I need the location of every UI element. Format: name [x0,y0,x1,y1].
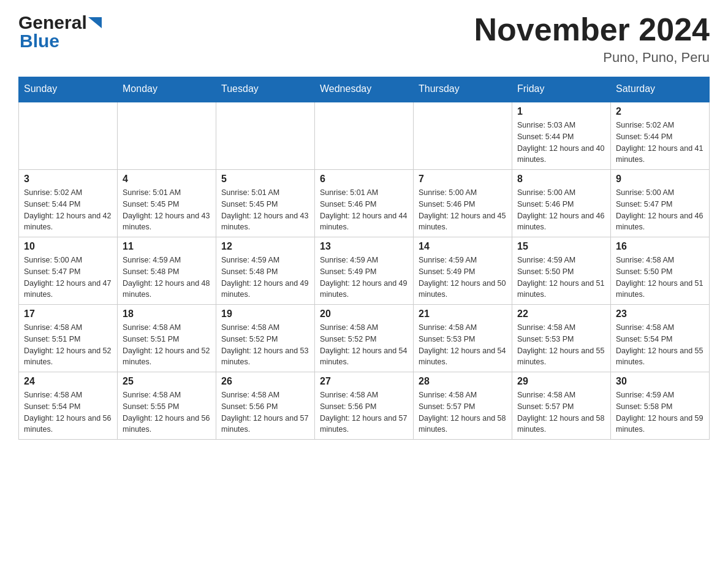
weekday-header-monday: Monday [118,77,216,102]
sun-info: Sunrise: 5:00 AMSunset: 5:47 PMDaylight:… [24,255,112,301]
calendar-cell: 10Sunrise: 5:00 AMSunset: 5:47 PMDayligh… [19,237,118,305]
day-number: 23 [616,308,704,320]
day-number: 26 [221,376,309,387]
sun-info: Sunrise: 5:02 AMSunset: 5:44 PMDaylight:… [616,120,704,166]
calendar-cell: 11Sunrise: 4:59 AMSunset: 5:48 PMDayligh… [118,237,216,305]
sun-info: Sunrise: 4:59 AMSunset: 5:48 PMDaylight:… [123,255,211,301]
weekday-header-thursday: Thursday [414,77,512,102]
calendar-cell: 7Sunrise: 5:00 AMSunset: 5:46 PMDaylight… [414,170,512,237]
day-number: 9 [616,174,704,185]
day-number: 13 [320,241,408,252]
calendar-week-2: 3Sunrise: 5:02 AMSunset: 5:44 PMDaylight… [19,170,710,237]
svg-marker-0 [88,17,102,28]
calendar-cell: 28Sunrise: 4:58 AMSunset: 5:57 PMDayligh… [414,372,512,440]
sun-info: Sunrise: 4:58 AMSunset: 5:50 PMDaylight:… [616,255,704,301]
calendar-cell: 30Sunrise: 4:59 AMSunset: 5:58 PMDayligh… [611,372,710,440]
sun-info: Sunrise: 4:58 AMSunset: 5:56 PMDaylight:… [221,389,309,435]
calendar-cell: 1Sunrise: 5:03 AMSunset: 5:44 PMDaylight… [512,102,611,170]
day-number: 6 [320,174,408,185]
day-number: 8 [517,174,605,185]
day-number: 20 [320,308,408,320]
day-number: 18 [123,308,211,320]
day-number: 1 [517,106,605,117]
calendar-cell: 4Sunrise: 5:01 AMSunset: 5:45 PMDaylight… [118,170,216,237]
logo-general: General [18,12,87,33]
sun-info: Sunrise: 4:58 AMSunset: 5:54 PMDaylight:… [24,389,112,435]
calendar-cell: 18Sunrise: 4:58 AMSunset: 5:51 PMDayligh… [118,305,216,372]
sun-info: Sunrise: 5:02 AMSunset: 5:44 PMDaylight:… [24,187,112,233]
day-number: 10 [24,241,112,252]
sun-info: Sunrise: 5:01 AMSunset: 5:45 PMDaylight:… [221,187,309,233]
calendar-cell: 3Sunrise: 5:02 AMSunset: 5:44 PMDaylight… [19,170,118,237]
calendar-cell [216,102,315,170]
sun-info: Sunrise: 4:58 AMSunset: 5:56 PMDaylight:… [320,389,408,435]
day-number: 5 [221,174,309,185]
calendar-cell [315,102,414,170]
sun-info: Sunrise: 4:59 AMSunset: 5:58 PMDaylight:… [616,389,704,435]
sun-info: Sunrise: 4:58 AMSunset: 5:55 PMDaylight:… [123,389,211,435]
day-number: 28 [419,376,507,387]
weekday-header-tuesday: Tuesday [216,77,315,102]
weekday-header-saturday: Saturday [611,77,710,102]
sun-info: Sunrise: 4:59 AMSunset: 5:50 PMDaylight:… [517,255,605,301]
month-title: November 2024 [474,12,710,47]
calendar-week-4: 17Sunrise: 4:58 AMSunset: 5:51 PMDayligh… [19,305,710,372]
calendar-cell [118,102,216,170]
calendar-cell: 16Sunrise: 4:58 AMSunset: 5:50 PMDayligh… [611,237,710,305]
calendar-cell: 26Sunrise: 4:58 AMSunset: 5:56 PMDayligh… [216,372,315,440]
day-number: 24 [24,376,112,387]
calendar-cell: 22Sunrise: 4:58 AMSunset: 5:53 PMDayligh… [512,305,611,372]
sun-info: Sunrise: 4:58 AMSunset: 5:52 PMDaylight:… [221,322,309,368]
calendar-cell: 14Sunrise: 4:59 AMSunset: 5:49 PMDayligh… [414,237,512,305]
sun-info: Sunrise: 5:01 AMSunset: 5:46 PMDaylight:… [320,187,408,233]
sun-info: Sunrise: 5:03 AMSunset: 5:44 PMDaylight:… [517,120,605,166]
weekday-header-friday: Friday [512,77,611,102]
day-number: 17 [24,308,112,320]
logo-triangle-icon [88,17,102,31]
calendar-cell: 21Sunrise: 4:58 AMSunset: 5:53 PMDayligh… [414,305,512,372]
day-number: 27 [320,376,408,387]
day-number: 21 [419,308,507,320]
calendar-cell: 24Sunrise: 4:58 AMSunset: 5:54 PMDayligh… [19,372,118,440]
calendar-cell: 20Sunrise: 4:58 AMSunset: 5:52 PMDayligh… [315,305,414,372]
sun-info: Sunrise: 4:58 AMSunset: 5:51 PMDaylight:… [123,322,211,368]
calendar-cell [19,102,118,170]
logo-blue: Blue [20,31,59,52]
calendar-cell [414,102,512,170]
day-number: 11 [123,241,211,252]
logo: General Blue [18,12,102,52]
calendar-cell: 23Sunrise: 4:58 AMSunset: 5:54 PMDayligh… [611,305,710,372]
sun-info: Sunrise: 4:58 AMSunset: 5:54 PMDaylight:… [616,322,704,368]
sun-info: Sunrise: 4:58 AMSunset: 5:51 PMDaylight:… [24,322,112,368]
calendar-cell: 27Sunrise: 4:58 AMSunset: 5:56 PMDayligh… [315,372,414,440]
day-number: 16 [616,241,704,252]
calendar-cell: 25Sunrise: 4:58 AMSunset: 5:55 PMDayligh… [118,372,216,440]
sun-info: Sunrise: 4:59 AMSunset: 5:49 PMDaylight:… [320,255,408,301]
day-number: 14 [419,241,507,252]
location: Puno, Puno, Peru [474,50,710,66]
sun-info: Sunrise: 4:59 AMSunset: 5:49 PMDaylight:… [419,255,507,301]
day-number: 7 [419,174,507,185]
day-number: 12 [221,241,309,252]
sun-info: Sunrise: 5:00 AMSunset: 5:46 PMDaylight:… [517,187,605,233]
sun-info: Sunrise: 5:00 AMSunset: 5:47 PMDaylight:… [616,187,704,233]
calendar-cell: 13Sunrise: 4:59 AMSunset: 5:49 PMDayligh… [315,237,414,305]
sun-info: Sunrise: 4:58 AMSunset: 5:53 PMDaylight:… [517,322,605,368]
sun-info: Sunrise: 4:58 AMSunset: 5:57 PMDaylight:… [419,389,507,435]
page-header: General Blue November 2024 Puno, Puno, P… [18,12,710,66]
day-number: 30 [616,376,704,387]
calendar-week-1: 1Sunrise: 5:03 AMSunset: 5:44 PMDaylight… [19,102,710,170]
sun-info: Sunrise: 5:01 AMSunset: 5:45 PMDaylight:… [123,187,211,233]
weekday-header-sunday: Sunday [19,77,118,102]
sun-info: Sunrise: 4:59 AMSunset: 5:48 PMDaylight:… [221,255,309,301]
calendar-week-3: 10Sunrise: 5:00 AMSunset: 5:47 PMDayligh… [19,237,710,305]
title-section: November 2024 Puno, Puno, Peru [474,12,710,66]
calendar-cell: 29Sunrise: 4:58 AMSunset: 5:57 PMDayligh… [512,372,611,440]
sun-info: Sunrise: 5:00 AMSunset: 5:46 PMDaylight:… [419,187,507,233]
day-number: 3 [24,174,112,185]
day-number: 22 [517,308,605,320]
calendar-cell: 6Sunrise: 5:01 AMSunset: 5:46 PMDaylight… [315,170,414,237]
calendar-cell: 8Sunrise: 5:00 AMSunset: 5:46 PMDaylight… [512,170,611,237]
calendar-table: SundayMondayTuesdayWednesdayThursdayFrid… [18,77,710,440]
weekday-header-row: SundayMondayTuesdayWednesdayThursdayFrid… [19,77,710,102]
